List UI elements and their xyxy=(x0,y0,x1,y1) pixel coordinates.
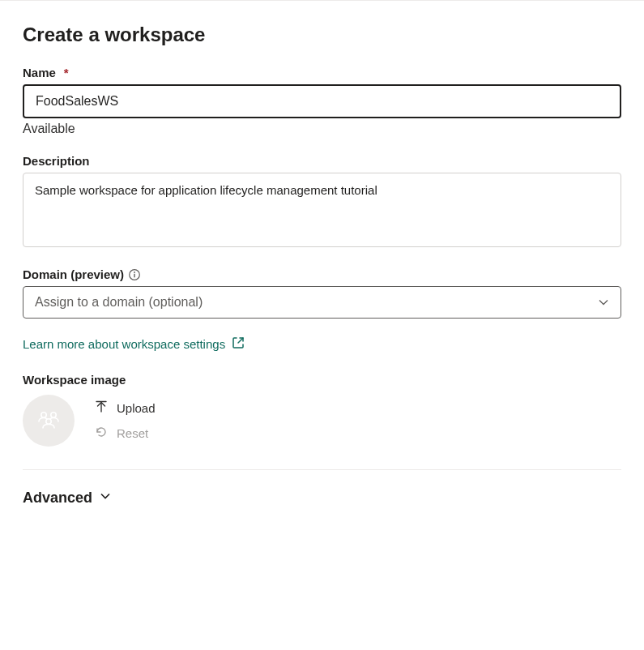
reset-button: Reset xyxy=(94,425,156,442)
name-status: Available xyxy=(23,122,621,136)
domain-label: Domain (preview) xyxy=(23,267,621,281)
chevron-down-icon xyxy=(99,490,112,507)
svg-rect-2 xyxy=(134,273,134,277)
learn-more-text: Learn more about workspace settings xyxy=(23,337,225,351)
svg-point-1 xyxy=(134,272,135,273)
workspace-image-label: Workspace image xyxy=(23,373,621,387)
description-label-text: Description xyxy=(23,154,90,168)
svg-point-3 xyxy=(41,412,46,417)
name-label-text: Name xyxy=(23,66,56,79)
name-label: Name * xyxy=(23,66,621,79)
upload-label: Upload xyxy=(117,401,156,415)
chevron-down-icon xyxy=(598,297,609,308)
image-actions: Upload Reset xyxy=(94,400,156,442)
description-input[interactable]: Sample workspace for application lifecyc… xyxy=(23,173,621,247)
name-field-group: Name * Available xyxy=(23,66,621,136)
workspace-avatar xyxy=(23,395,75,447)
description-label: Description xyxy=(23,154,621,168)
page-title: Create a workspace xyxy=(23,24,621,46)
domain-field-group: Domain (preview) Assign to a domain (opt… xyxy=(23,267,621,319)
domain-dropdown[interactable]: Assign to a domain (optional) xyxy=(23,286,621,319)
workspace-image-group: Workspace image xyxy=(23,373,621,447)
upload-icon xyxy=(94,400,109,417)
advanced-toggle[interactable]: Advanced xyxy=(23,490,621,507)
domain-placeholder: Assign to a domain (optional) xyxy=(35,295,203,310)
advanced-label: Advanced xyxy=(23,490,92,507)
external-link-icon xyxy=(232,336,245,352)
required-indicator: * xyxy=(64,66,69,79)
upload-button[interactable]: Upload xyxy=(94,400,156,417)
info-icon[interactable] xyxy=(129,269,140,280)
workspace-image-label-text: Workspace image xyxy=(23,373,126,387)
name-input[interactable] xyxy=(23,84,621,118)
reset-icon xyxy=(94,425,109,442)
svg-point-4 xyxy=(51,412,56,417)
description-field-group: Description Sample workspace for applica… xyxy=(23,154,621,250)
people-icon xyxy=(35,406,62,436)
workspace-image-row: Upload Reset xyxy=(23,395,621,447)
svg-point-5 xyxy=(46,418,51,423)
learn-more-link[interactable]: Learn more about workspace settings xyxy=(23,336,621,352)
reset-label: Reset xyxy=(117,426,148,440)
divider xyxy=(23,469,621,470)
domain-label-text: Domain (preview) xyxy=(23,267,124,281)
